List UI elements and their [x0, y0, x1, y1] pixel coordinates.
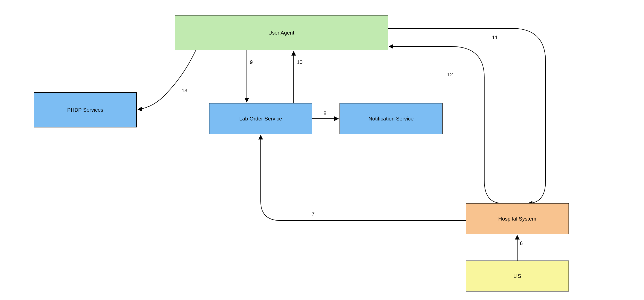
edge-label-12: 12: [447, 72, 453, 78]
edge-label-7: 7: [312, 211, 315, 217]
node-lis: LIS: [466, 261, 569, 291]
node-lis-label: LIS: [513, 273, 521, 279]
node-user-agent: User Agent: [175, 15, 388, 50]
diagram-canvas: User Agent PHDP Services Lab Order Servi…: [0, 0, 644, 300]
node-lab-order-service: Lab Order Service: [209, 103, 312, 134]
node-notification-service-label: Notification Service: [368, 116, 413, 122]
edge-label-13: 13: [182, 88, 187, 94]
node-phdp-services-label: PHDP Services: [67, 107, 103, 113]
edge-7: [261, 135, 466, 221]
edge-13: [138, 50, 196, 110]
node-lab-order-service-label: Lab Order Service: [239, 116, 282, 122]
node-phdp-services: PHDP Services: [34, 92, 137, 127]
edge-label-10: 10: [297, 59, 302, 65]
node-notification-service: Notification Service: [340, 103, 443, 134]
node-hospital-system-label: Hospital System: [498, 216, 536, 222]
edge-label-6: 6: [520, 240, 523, 246]
node-hospital-system: Hospital System: [466, 203, 569, 234]
edge-label-9: 9: [250, 59, 253, 65]
node-user-agent-label: User Agent: [268, 30, 294, 36]
edge-label-8: 8: [324, 110, 326, 116]
edge-label-11: 11: [492, 35, 498, 40]
